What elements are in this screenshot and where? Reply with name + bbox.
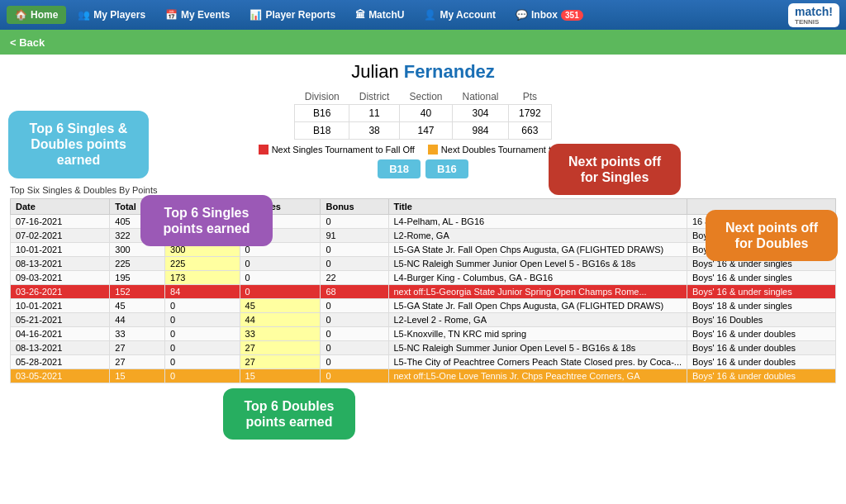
matchu-icon: 🏛 <box>355 9 365 21</box>
back-bar: < Back <box>0 30 846 55</box>
b16-button[interactable]: B16 <box>425 159 468 178</box>
table-row: 03-26-202115284068next off:L5-Georgia St… <box>11 285 836 299</box>
col-pts: Pts <box>509 89 552 105</box>
callout-next-doubles: Next points off for Doubles <box>706 210 838 261</box>
col-national: National <box>452 89 508 105</box>
nav-events[interactable]: 📅 My Events <box>157 6 238 24</box>
table-row: 05-21-2021440440L2-Level 2 - Rome, GABoy… <box>11 313 836 327</box>
logo-sub: TENNIS <box>795 18 833 26</box>
table-row: 05-28-2021270270L5-The City of Peachtree… <box>11 355 836 369</box>
reports-icon: 📊 <box>250 9 262 21</box>
inbox-badge: 351 <box>561 10 583 21</box>
nav-players-label: My Players <box>93 9 145 21</box>
legend-singles-label: Next Singles Tournament to Fall Off <box>272 145 415 155</box>
nav-reports-label: Player Reports <box>265 9 335 21</box>
nav-inbox-label: Inbox <box>531 9 558 21</box>
nav-events-label: My Events <box>181 9 230 21</box>
legend-singles-box <box>259 145 269 155</box>
events-icon: 📅 <box>165 9 178 21</box>
table-row: 10-01-2021450450L5-GA State Jr. Fall Ope… <box>11 299 836 313</box>
legend-doubles-box <box>428 145 438 155</box>
table-row: 03-05-2021150150next off:L5-One Love Ten… <box>11 369 836 383</box>
table-row: 04-16-2021330330L5-Knoxville, TN KRC mid… <box>11 327 836 341</box>
b18-button[interactable]: B18 <box>378 159 421 178</box>
th-title: Title <box>388 199 687 215</box>
home-icon: 🏠 <box>15 9 27 21</box>
players-icon: 👥 <box>78 9 90 21</box>
back-button[interactable]: < Back <box>10 36 45 49</box>
nav-inbox[interactable]: 💬 Inbox 351 <box>507 6 592 24</box>
logo-text: match! <box>795 5 833 18</box>
inbox-icon: 💬 <box>516 9 528 21</box>
col-section: Section <box>399 89 452 105</box>
nav-matchu[interactable]: 🏛 MatchU <box>347 6 412 24</box>
nav-logo: match! TENNIS <box>788 3 839 27</box>
callout-top6-singles: Top 6 Singles points earned <box>140 195 273 246</box>
player-name: Julian Fernandez <box>10 61 836 83</box>
nav-home[interactable]: 🏠 Home <box>7 6 66 24</box>
nav-account-label: My Account <box>440 9 496 21</box>
callout-top6-both: Top 6 Singles & Doubles points earned <box>8 111 149 178</box>
callout-top6-doubles: Top 6 Doubles points earned <box>223 388 355 440</box>
nav-account[interactable]: 👤 My Account <box>416 6 504 24</box>
callout-next-singles: Next points off for Singles <box>549 144 681 195</box>
col-district: District <box>349 89 400 105</box>
th-date: Date <box>11 199 110 215</box>
section-label: Top Six Singles & Doubles By Points <box>10 185 836 195</box>
nav-reports[interactable]: 📊 Player Reports <box>241 6 344 24</box>
main-content: Julian Fernandez Division District Secti… <box>0 55 846 504</box>
table-row: 09-03-2021195173022L4-Burger King - Colu… <box>11 271 836 285</box>
stats-row: B1838147984663 <box>295 122 551 140</box>
account-icon: 👤 <box>424 9 436 21</box>
stats-row: B1611403041792 <box>295 105 551 122</box>
table-row: 08-13-2021270270L5-NC Raleigh Summer Jun… <box>11 341 836 355</box>
player-first-name: Julian <box>351 61 398 82</box>
col-division: Division <box>295 89 349 105</box>
th-bonus: Bonus <box>321 199 388 215</box>
stats-table: Division District Section National Pts B… <box>294 89 551 140</box>
back-label: < Back <box>10 36 45 49</box>
top-nav: 🏠 Home 👥 My Players 📅 My Events 📊 Player… <box>0 0 846 30</box>
nav-players[interactable]: 👥 My Players <box>69 6 154 24</box>
nav-home-label: Home <box>31 9 58 21</box>
nav-matchu-label: MatchU <box>368 9 404 21</box>
legend-singles: Next Singles Tournament to Fall Off <box>259 145 415 155</box>
player-last-name: Fernandez <box>404 61 495 82</box>
